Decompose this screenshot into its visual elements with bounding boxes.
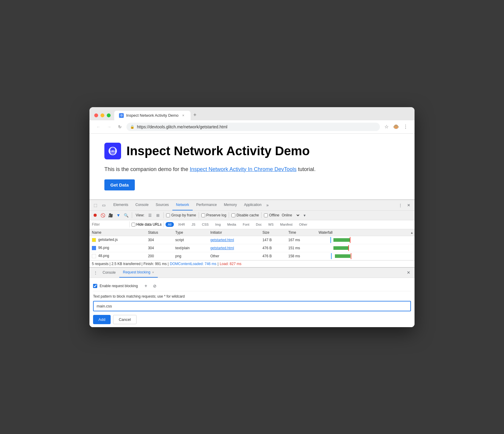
initiator-link-2[interactable]: getstarted.html — [210, 246, 234, 250]
subtitle-prefix: This is the companion demo for the — [104, 166, 190, 172]
nav-actions: ☆ 🐵 ⋮ — [382, 123, 410, 131]
glitch-logo-svg — [108, 146, 118, 156]
filter-type-sep — [163, 221, 164, 227]
table-row: 48.png 200 png Other 476 B 158 ms — [89, 252, 415, 260]
list-view-btn[interactable]: ☰ — [147, 212, 153, 218]
disable-cache-checkbox[interactable] — [231, 213, 235, 217]
devtools-settings-icon[interactable]: ⋮ — [397, 201, 404, 209]
tab-elements[interactable]: Elements — [110, 200, 132, 210]
devtools-tab-more[interactable]: » — [265, 203, 270, 207]
filter-other[interactable]: Other — [297, 222, 310, 227]
tab-bar: ⚙ Inspect Network Activity Demo × + — [114, 111, 410, 120]
bp-more-btn[interactable]: ⋮ — [92, 269, 99, 276]
rb-pattern-input[interactable] — [93, 301, 411, 311]
camera-btn[interactable]: 🎥 — [107, 212, 114, 218]
disable-cache-group: Disable cache — [231, 213, 259, 217]
filter-ws[interactable]: WS — [266, 222, 276, 227]
devtools-close-icon[interactable]: ✕ — [405, 201, 412, 209]
filter-js[interactable]: JS — [189, 222, 198, 227]
throttle-select[interactable]: Online Fast 3G Slow 3G Offline — [281, 213, 300, 218]
filter-toggle-btn[interactable]: ▼ — [115, 212, 122, 218]
subtitle-link[interactable]: Inspect Network Activity In Chrome DevTo… — [190, 166, 296, 172]
address-bar[interactable]: 🔒 https://devtools.glitch.me/network/get… — [126, 123, 380, 131]
preserve-log-label: Preserve log — [206, 213, 226, 217]
search-btn[interactable]: 🔍 — [123, 212, 129, 218]
grid-view-btn[interactable]: ⊞ — [154, 212, 161, 218]
page-header: Inspect Network Activity Demo — [104, 143, 400, 159]
network-status-bar: 5 requests | 2.5 KB transferred | Finish… — [89, 260, 415, 267]
offline-checkbox[interactable] — [264, 213, 268, 217]
col-size: Size — [260, 229, 286, 236]
waterfall-red-line-3 — [351, 253, 351, 259]
bookmark-btn[interactable]: ☆ — [382, 123, 391, 131]
hide-data-urls-group: Hide data URLs — [132, 222, 162, 227]
filter-manifest[interactable]: Manifest — [278, 222, 295, 227]
rb-cancel-button[interactable]: Cancel — [113, 315, 136, 324]
bottom-panel-tabs: ⋮ Console Request blocking × ✕ — [89, 268, 415, 278]
traffic-light-yellow[interactable] — [101, 113, 104, 117]
get-data-button[interactable]: Get Data — [104, 179, 135, 190]
throttle-chevron[interactable]: ▾ — [302, 212, 308, 218]
cell-status: 304 — [146, 236, 173, 244]
filter-css[interactable]: CSS — [200, 222, 211, 227]
filter-img[interactable]: Img — [213, 222, 223, 227]
bottom-panel: ⋮ Console Request blocking × ✕ Enable re… — [89, 267, 415, 327]
tab-network[interactable]: Network — [172, 200, 193, 210]
waterfall-red-line-2 — [348, 245, 349, 251]
tab-sources[interactable]: Sources — [152, 200, 172, 210]
enable-rb-checkbox[interactable] — [93, 284, 97, 288]
col-waterfall: Waterfall ▲ — [316, 229, 415, 236]
traffic-light-red[interactable] — [94, 113, 98, 117]
filter-doc[interactable]: Doc — [253, 222, 264, 227]
reload-button[interactable]: ↻ — [116, 123, 124, 131]
rb-add-pattern-btn[interactable]: + — [143, 283, 149, 289]
preserve-log-checkbox[interactable] — [201, 213, 205, 217]
tab-console[interactable]: Console — [132, 200, 152, 210]
bp-tab-request-blocking[interactable]: Request blocking × — [119, 268, 158, 278]
cell-name: getstarted.js — [89, 236, 146, 244]
filter-all[interactable]: All — [166, 222, 174, 227]
back-button[interactable]: ← — [94, 123, 103, 131]
devtools-tab-list: Elements Console Sources Network Perform… — [110, 200, 397, 210]
bp-rb-close[interactable]: × — [152, 270, 154, 274]
hide-data-urls-checkbox[interactable] — [132, 223, 135, 227]
offline-label: Offline — [269, 213, 279, 217]
bp-rb-label: Request blocking — [123, 270, 150, 274]
profile-btn[interactable]: 🐵 — [392, 123, 400, 131]
rb-add-button[interactable]: Add — [93, 315, 111, 324]
bp-tab-console[interactable]: Console — [99, 268, 119, 278]
cell-size: 476 B — [260, 252, 286, 260]
traffic-light-green[interactable] — [107, 113, 111, 117]
tab-favicon: ⚙ — [119, 113, 124, 118]
page-title: Inspect Network Activity Demo — [126, 144, 310, 158]
cell-initiator: getstarted.html — [208, 244, 260, 252]
filter-input[interactable] — [92, 222, 128, 227]
col-status: Status — [146, 229, 173, 236]
lock-icon: 🔒 — [130, 125, 134, 129]
filter-media[interactable]: Media — [225, 222, 239, 227]
filter-bar: Hide data URLs All XHR JS CSS Img Media … — [89, 220, 415, 229]
bp-panel-close[interactable]: ✕ — [405, 269, 412, 276]
cell-initiator: Other — [208, 252, 260, 260]
tab-performance[interactable]: Performance — [193, 200, 220, 210]
toolbar-sep-4 — [229, 212, 229, 218]
rb-remove-pattern-btn[interactable]: ⊘ — [151, 283, 158, 289]
record-btn[interactable]: ⏺ — [92, 212, 98, 218]
initiator-link[interactable]: getstarted.html — [210, 238, 234, 242]
clear-btn[interactable]: 🚫 — [100, 212, 106, 218]
tab-close-btn[interactable]: × — [181, 113, 186, 118]
browser-window: ⚙ Inspect Network Activity Demo × + ← → … — [89, 107, 415, 327]
device-icon[interactable]: ▭ — [100, 201, 107, 209]
url-text: https://devtools.glitch.me/network/getst… — [137, 124, 376, 129]
new-tab-btn[interactable]: + — [191, 111, 200, 120]
active-tab[interactable]: ⚙ Inspect Network Activity Demo × — [114, 111, 191, 120]
tab-memory[interactable]: Memory — [220, 200, 240, 210]
forward-button[interactable]: → — [105, 123, 113, 131]
menu-btn[interactable]: ⋮ — [401, 123, 410, 131]
inspector-icon[interactable]: ⬚ — [92, 201, 99, 209]
tab-application[interactable]: Application — [240, 200, 265, 210]
group-by-frame-checkbox[interactable] — [166, 213, 170, 217]
table-row: getstarted.js 304 script getstarted.html… — [89, 236, 415, 244]
filter-font[interactable]: Font — [240, 222, 252, 227]
filter-xhr[interactable]: XHR — [176, 222, 187, 227]
